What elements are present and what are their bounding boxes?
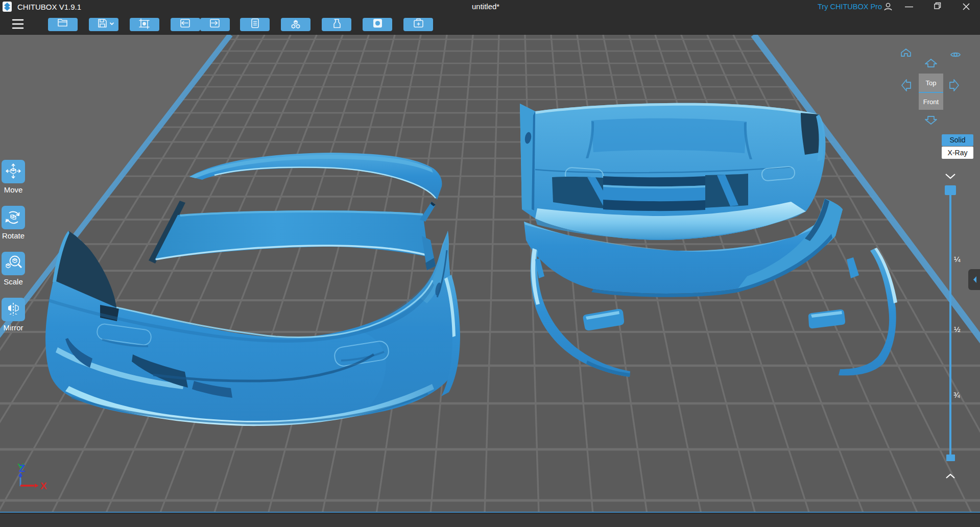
svg-text:X-Ray: X-Ray [948, 149, 968, 157]
svg-text:X: X [40, 481, 47, 491]
svg-text:Top: Top [926, 79, 937, 87]
svg-text:¾: ¾ [953, 391, 960, 399]
svg-text:¼: ¼ [954, 255, 961, 264]
svg-text:Front: Front [923, 98, 939, 106]
svg-text:Solid: Solid [949, 136, 965, 144]
svg-text:½: ½ [954, 325, 961, 333]
svg-text:Z: Z [19, 463, 25, 474]
